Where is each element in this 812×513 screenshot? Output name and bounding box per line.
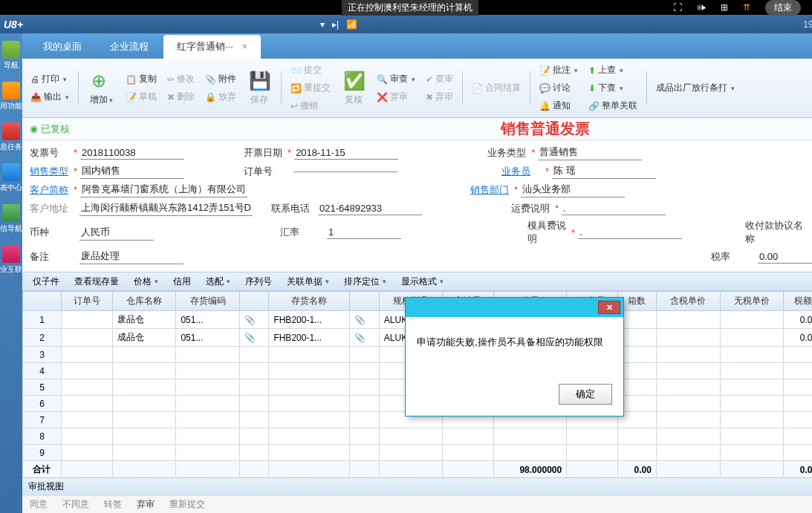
error-dialog: ✕ 申请功能失败,操作员不具备相应的功能权限 确定 [405, 297, 624, 416]
discuss-button[interactable]: 💬讨论 [536, 79, 582, 97]
col-header[interactable] [350, 292, 379, 311]
side-report[interactable]: 表中心 [0, 163, 22, 193]
toolbar: 🖨打印▾ 📤输出▾ ⊕增加▾ 📋复制 📝草稿 ✏修改 ✖删除 📎附件 🔒放弃 💾… [22, 59, 812, 118]
remote-control-bar: 正在控制澳利坚朱经理的计算机 ⛶ 🕪 ⊞ ⇈ 结束 [0, 0, 812, 15]
col-header[interactable]: 税额 [784, 292, 812, 311]
submit-button: 📨提交 [287, 62, 334, 79]
order-no[interactable] [293, 170, 397, 172]
note-button[interactable]: 📝批注▾ [536, 62, 582, 79]
sidebar: 导航 用功能 息任务 表中心 信导航 业互联 [0, 33, 22, 513]
side-task[interactable]: 息任务 [0, 122, 22, 152]
resubmit-button: 🔁重提交 [287, 79, 334, 97]
rc-window-icon[interactable]: ⊞ [721, 2, 728, 13]
resubmit-button[interactable]: 重新提交 [169, 498, 205, 511]
tab-close-icon[interactable]: × [241, 41, 247, 52]
phone[interactable]: 021-64892933 [318, 202, 422, 215]
next-button[interactable]: ⬇下查▾ [585, 79, 641, 97]
forward-button[interactable]: 转签 [104, 498, 122, 511]
format-button[interactable]: 显示格式▾ [397, 274, 448, 290]
save-button: 💾保存 [243, 68, 276, 108]
reject-button[interactable]: 弃审 [137, 498, 155, 511]
app-logo: U8+ [4, 19, 23, 30]
undo-button: ↩撤销 [287, 97, 334, 114]
add-button[interactable]: ⊕增加▾ [84, 68, 119, 108]
tab-bar: 我的桌面 企业流程 红字普通销··· × [22, 33, 812, 59]
agree-button[interactable]: 同意 [30, 498, 48, 511]
rc-speaker-icon[interactable]: 🕪 [697, 2, 706, 13]
col-header[interactable] [240, 292, 269, 311]
dialog-close-icon[interactable]: ✕ [598, 301, 620, 314]
sum-row: 合计98.0000000.000.00-3586.78 [23, 461, 813, 478]
invoice-date[interactable]: 2018-11-15 [294, 146, 398, 160]
status-reviewed: ◉ 已复核 [30, 122, 70, 136]
output-button[interactable]: 📤输出▾ [27, 88, 73, 105]
status-row: ◉ 已复核 销售普通发票 ↻ |◀ ◀ [22, 118, 812, 140]
serial-button[interactable]: 序列号 [241, 274, 276, 290]
side-credit[interactable]: 信导航 [0, 204, 22, 234]
approval-actions: 同意 不同意 转签 弃审 重新提交 [22, 495, 812, 513]
mold-note[interactable]: . [578, 226, 682, 239]
attach-button[interactable]: 📎附件 [201, 71, 240, 88]
form-area: 发票号*2018110038 开票日期*2018-11-15 业务类型*普通销售… [22, 140, 812, 272]
audit-button[interactable]: 🔍审查▾ [373, 71, 419, 88]
delete-button: ✖删除 [163, 88, 198, 105]
address[interactable]: 上海闵行颛桥镇颛兴东路1412弄151号D [79, 200, 253, 216]
draft-button[interactable]: 📝草稿 [122, 88, 160, 105]
col-header[interactable]: 无税单价 [720, 292, 784, 311]
tab-desktop[interactable]: 我的桌面 [30, 35, 95, 59]
rc-camera-icon[interactable]: ⛶ [673, 2, 682, 13]
currency[interactable]: 人民币 [79, 225, 154, 241]
col-header[interactable] [23, 292, 62, 311]
sale-type[interactable]: 国内销售 [80, 163, 184, 179]
rc-pin-icon[interactable]: ⇈ [743, 2, 750, 13]
table-row[interactable]: 8 [23, 428, 813, 445]
check-button: ✔查审 [422, 71, 457, 88]
lock-button: 🔒放弃 [201, 88, 240, 105]
prev-button[interactable]: ⬆上查▾ [585, 62, 641, 79]
col-header[interactable]: 仓库名称 [112, 292, 176, 311]
contract-button: 📄合同结算 [468, 79, 524, 97]
export-button[interactable]: 成品出厂放行条打▾ [652, 79, 738, 97]
reject-button: ✖弃审 [422, 88, 457, 105]
server-ip: 192.168.0.252 [803, 19, 812, 30]
print-button[interactable]: 🖨打印▾ [27, 71, 73, 88]
invoice-no[interactable]: 2018110038 [80, 146, 184, 160]
title-bar: U8+ ▾ ▸| 📶 192.168.0.252 — ❐ ✕ [008](def… [0, 15, 812, 33]
stock-button[interactable]: 查看现存量 [70, 274, 123, 290]
department[interactable]: 汕头业务部 [521, 182, 625, 197]
salesperson[interactable]: 陈 瑶 [552, 163, 656, 179]
tax-rate[interactable]: 0.00 [758, 250, 812, 264]
col-header[interactable]: 存货编码 [176, 292, 240, 311]
dialog-ok-button[interactable]: 确定 [559, 384, 612, 405]
biz-type[interactable]: 普通销售 [538, 145, 642, 160]
edit-button: ✏修改 [163, 71, 198, 88]
customer[interactable]: 阿鲁克幕墙门窗系统（上海）有限公司 [80, 182, 247, 197]
col-header[interactable]: 含税单价 [656, 292, 720, 311]
relate-button[interactable]: 🔗整单关联 [585, 97, 641, 114]
side-nav[interactable]: 导航 [0, 41, 22, 71]
rate[interactable]: 1 [327, 226, 401, 239]
col-header[interactable]: 存货名称 [269, 292, 350, 311]
col-header[interactable]: 订单号 [61, 292, 112, 311]
tab-redinvoice[interactable]: 红字普通销··· × [163, 35, 261, 59]
disagree-button[interactable]: 不同意 [62, 498, 89, 511]
tab-process[interactable]: 企业流程 [97, 35, 162, 59]
price-button[interactable]: 价格▾ [129, 274, 163, 290]
dialog-message: 申请功能失败,操作员不具备相应的功能权限 [406, 317, 623, 376]
side-func[interactable]: 用功能 [0, 82, 22, 111]
side-biz[interactable]: 业互联 [0, 245, 22, 275]
subonly-button[interactable]: 仅子件 [28, 274, 64, 290]
sort-button[interactable]: 排序定位▾ [340, 274, 391, 290]
freight[interactable]: . [562, 202, 666, 215]
credit-button[interactable]: 信用 [169, 274, 195, 290]
table-row[interactable]: 9 [23, 445, 813, 461]
notify-button[interactable]: 🔔通知 [536, 97, 582, 114]
remark[interactable]: 废品处理 [79, 249, 183, 264]
select-button[interactable]: 选配▾ [201, 274, 235, 290]
rc-end-button[interactable]: 结束 [765, 0, 801, 16]
grid-toolbar: 仅子件 查看现存量 价格▾ 信用 选配▾ 序列号 关联单据▾ 排序定位▾ 显示格… [22, 272, 812, 291]
doc-title: 销售普通发票 [501, 119, 590, 139]
copy-button[interactable]: 📋复制 [122, 71, 160, 88]
review-button: ✅复核 [337, 68, 370, 108]
related-button[interactable]: 关联单据▾ [282, 274, 334, 290]
